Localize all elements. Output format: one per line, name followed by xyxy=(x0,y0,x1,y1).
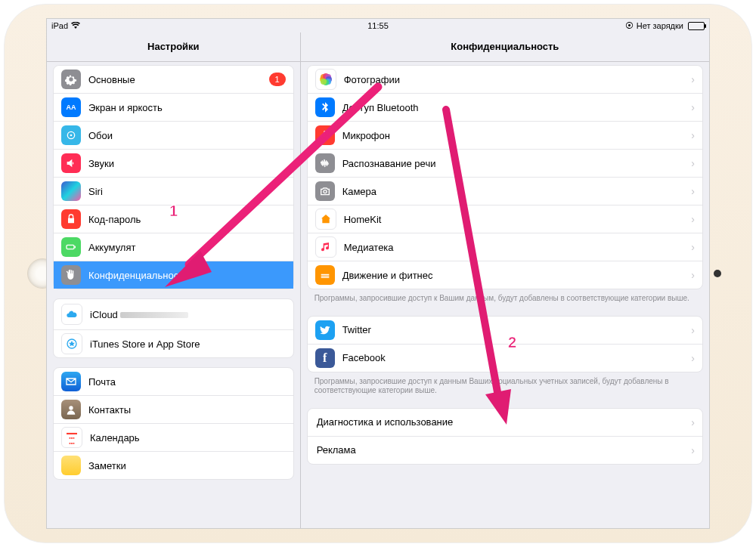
row-label: Реклама xyxy=(317,444,687,456)
sidebar-item-itunes[interactable]: iTunes Store и App Store xyxy=(54,329,293,357)
mail-icon xyxy=(61,372,81,391)
chevron-right-icon: › xyxy=(691,352,695,364)
privacy-ads[interactable]: Реклама › xyxy=(308,436,702,464)
camera-dot xyxy=(714,270,721,277)
item-label: Почта xyxy=(88,376,286,388)
sidebar-item-wallpaper[interactable]: Обои xyxy=(54,121,293,149)
brightness-icon: AA xyxy=(61,97,81,117)
device-label: iPad xyxy=(51,21,68,30)
privacy-twitter[interactable]: Twitter › xyxy=(308,317,702,344)
privacy-diagnostics[interactable]: Диагностика и использование › xyxy=(308,409,702,436)
home-icon xyxy=(315,209,336,230)
chevron-right-icon: › xyxy=(691,73,695,85)
hand-icon xyxy=(61,265,81,285)
sidebar-item-sounds[interactable]: Звуки xyxy=(54,149,293,177)
chevron-right-icon: › xyxy=(691,157,695,169)
svg-point-7 xyxy=(324,190,327,193)
row-label: Доступ Bluetooth xyxy=(342,102,687,113)
item-label: iTunes Store и App Store xyxy=(90,338,286,350)
sidebar-item-mail[interactable]: Почта xyxy=(54,368,293,395)
chevron-right-icon: › xyxy=(691,241,695,253)
detail-pane: Конфиденциальность Фотографии › Доступ B… xyxy=(301,32,709,528)
sidebar-title: Настройки xyxy=(47,32,300,62)
gear-icon xyxy=(61,70,81,89)
wifi-icon xyxy=(71,21,80,30)
bluetooth-icon xyxy=(315,97,335,117)
microphone-icon xyxy=(315,125,335,145)
row-label: Диагностика и использование xyxy=(317,416,687,428)
notes-icon xyxy=(61,456,81,475)
device-frame: iPad 11:55 ⦿ Нет зарядки Настройки xyxy=(4,4,752,543)
privacy-media[interactable]: Медиатека › xyxy=(308,233,702,261)
sidebar-item-icloud[interactable]: iCloud xyxy=(54,299,293,329)
cloud-icon xyxy=(61,304,82,325)
svg-rect-6 xyxy=(324,131,327,136)
row-label: Движение и фитнес xyxy=(342,270,687,281)
stage: iPad 11:55 ⦿ Нет зарядки Настройки xyxy=(0,0,756,547)
battery-icon xyxy=(61,237,81,257)
sidebar-item-notes[interactable]: Заметки xyxy=(54,451,293,479)
annotation-number-2: 2 xyxy=(508,334,516,351)
row-label: Камера xyxy=(342,186,687,197)
camera-icon xyxy=(315,181,335,201)
svg-rect-3 xyxy=(75,246,76,249)
wallpaper-icon xyxy=(61,125,81,145)
music-icon xyxy=(315,236,336,258)
privacy-speech[interactable]: Распознавание речи › xyxy=(308,149,702,177)
item-label: Аккумулят xyxy=(88,242,286,253)
sound-icon xyxy=(61,153,81,173)
footer-text-2: Программы, запросившие доступ к данным В… xyxy=(301,372,709,399)
sidebar-item-calendar[interactable]: ▬▬▪▪▪▪▪▪ Календарь xyxy=(54,423,293,451)
privacy-facebook[interactable]: f Facebook › xyxy=(308,344,702,372)
screen: iPad 11:55 ⦿ Нет зарядки Настройки xyxy=(46,18,710,529)
item-label: Контакты xyxy=(88,404,286,416)
status-bar: iPad 11:55 ⦿ Нет зарядки xyxy=(47,19,709,32)
appstore-icon xyxy=(61,333,82,354)
svg-rect-2 xyxy=(67,245,74,249)
item-label: Обои xyxy=(88,130,286,141)
orientation-lock-icon: ⦿ xyxy=(625,21,634,30)
chevron-right-icon: › xyxy=(691,269,695,281)
item-label: Календарь xyxy=(90,432,286,443)
row-label: Facebook xyxy=(342,352,687,363)
sidebar-item-general[interactable]: Основные 1 xyxy=(54,66,293,93)
item-label: Siri xyxy=(88,186,286,197)
chevron-right-icon: › xyxy=(691,101,695,113)
item-label: Конфиденциальность xyxy=(88,270,286,281)
chevron-right-icon: › xyxy=(691,416,695,428)
chevron-right-icon: › xyxy=(691,185,695,197)
clock: 11:55 xyxy=(367,21,389,30)
svg-point-5 xyxy=(69,406,73,409)
item-label: Экран и яркость xyxy=(88,102,286,113)
sidebar-item-contacts[interactable]: Контакты xyxy=(54,395,293,423)
privacy-motion[interactable]: Движение и фитнес › xyxy=(308,261,702,289)
chevron-right-icon: › xyxy=(691,213,695,225)
row-label: Медиатека xyxy=(344,242,687,253)
sidebar-item-privacy[interactable]: Конфиденциальность xyxy=(54,261,293,289)
motion-icon xyxy=(315,265,335,285)
battery-icon xyxy=(688,22,705,30)
twitter-icon xyxy=(315,320,335,340)
chevron-right-icon: › xyxy=(691,444,695,456)
row-label: Фотографии xyxy=(344,74,687,85)
contacts-icon xyxy=(61,400,81,419)
privacy-photos[interactable]: Фотографии › xyxy=(308,66,702,93)
badge: 1 xyxy=(269,73,286,86)
row-label: Распознавание речи xyxy=(342,158,687,169)
footer-text-1: Программы, запросившие доступ к Вашим да… xyxy=(301,289,709,307)
item-label: Звуки xyxy=(88,158,286,169)
item-label: Код-пароль xyxy=(88,214,286,225)
privacy-bluetooth[interactable]: Доступ Bluetooth › xyxy=(308,93,702,121)
sidebar-item-siri[interactable]: Siri xyxy=(54,177,293,205)
svg-point-1 xyxy=(70,134,73,137)
battery-text: Нет зарядки xyxy=(637,21,683,30)
sidebar-item-brightness[interactable]: AA Экран и яркость xyxy=(54,93,293,121)
chevron-right-icon: › xyxy=(691,129,695,141)
annotation-number-1: 1 xyxy=(169,202,178,220)
row-label: Микрофон xyxy=(342,130,687,141)
privacy-camera[interactable]: Камера › xyxy=(308,177,702,205)
privacy-homekit[interactable]: HomeKit › xyxy=(308,205,702,233)
privacy-microphone[interactable]: Микрофон › xyxy=(308,121,702,149)
waveform-icon xyxy=(315,153,335,173)
sidebar-item-battery[interactable]: Аккумулят xyxy=(54,233,293,261)
